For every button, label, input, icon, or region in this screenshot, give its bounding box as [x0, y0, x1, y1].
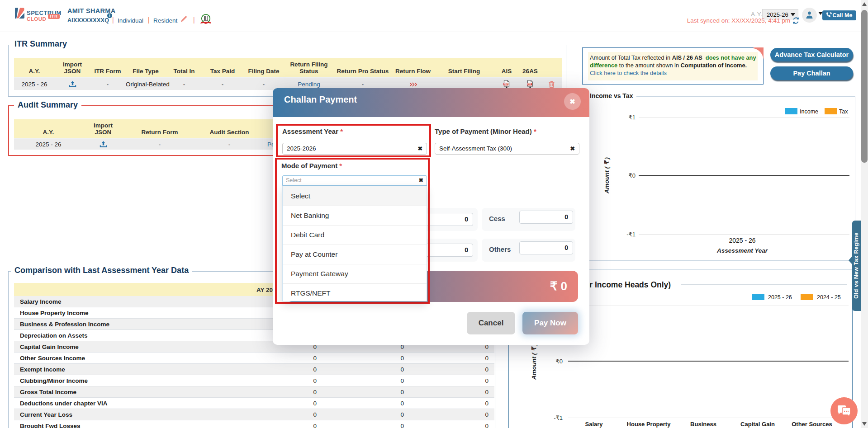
svg-text:PDF: PDF — [527, 83, 531, 85]
svg-text:PDF: PDF — [504, 83, 508, 85]
